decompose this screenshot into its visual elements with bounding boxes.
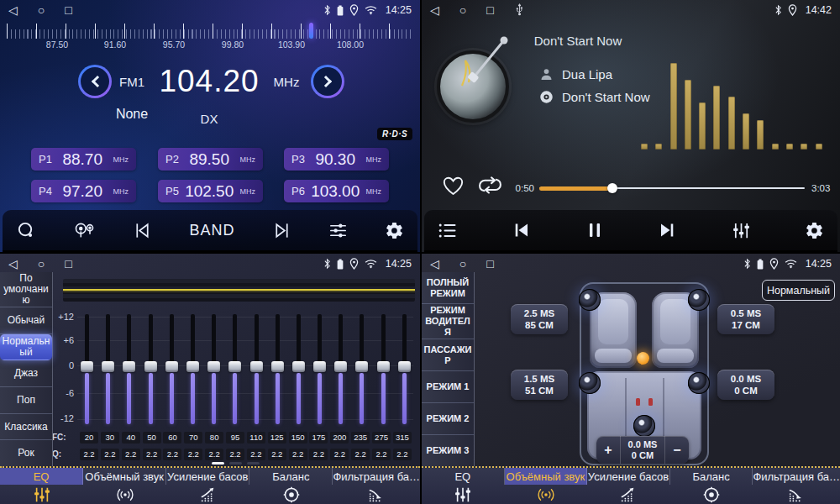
tab-surround[interactable]: Объёмный звук [83,468,166,504]
eq-band-slider[interactable] [354,314,369,424]
home-icon[interactable]: ○ [459,258,466,270]
eq-band-slider[interactable] [333,314,348,424]
eq-band-slider[interactable] [144,314,158,424]
eq-band-slider[interactable] [80,314,94,424]
tuner-scale[interactable]: 87.5091.6095.7099.80103.90108.00 [7,23,413,50]
slider-thumb[interactable] [123,361,135,372]
scan-button[interactable] [16,221,35,240]
fc-value[interactable]: 95 [226,432,244,444]
recents-icon[interactable]: □ [65,258,71,270]
q-value[interactable]: 2.2 [122,449,140,460]
fc-value[interactable]: 235 [351,432,370,444]
eq-band-slider[interactable] [207,314,221,424]
q-value[interactable]: 2.2 [351,449,370,460]
tab-eq[interactable]: EQ [422,468,505,504]
fc-value[interactable]: 150 [289,432,307,444]
slider-thumb[interactable] [377,361,390,372]
q-value[interactable]: 2.2 [163,449,181,460]
eq-band-slider[interactable] [312,314,327,424]
eq-band-slider[interactable] [186,314,200,424]
eq-preset-5[interactable]: Классика [0,414,52,441]
sound-mode-4[interactable]: РЕЖИМ 2 [422,403,474,435]
tune-down-button[interactable] [78,65,112,98]
eq-preset-2[interactable]: Нормальный [0,334,52,361]
delay-front-left-button[interactable]: 2.5 MS 85 CM [511,304,568,334]
q-value[interactable]: 2.2 [393,449,412,460]
sound-mode-0[interactable]: ПОЛНЫЙ РЕЖИМ [422,272,474,304]
fc-value[interactable]: 20 [80,432,98,444]
fc-value[interactable]: 60 [163,432,181,444]
home-icon[interactable]: ○ [38,258,45,270]
slider-thumb[interactable] [228,361,241,372]
q-value[interactable]: 2.2 [330,449,349,460]
q-value[interactable]: 2.2 [80,449,98,460]
sound-mode-5[interactable]: РЕЖИМ 3 [422,435,474,466]
listening-position-dot[interactable] [637,352,649,365]
slider-thumb[interactable] [398,361,411,372]
tab-bass[interactable]: Усиление басов [166,468,249,504]
delay-minus-button[interactable]: − [665,436,689,464]
favorite-button[interactable] [442,176,465,197]
q-value[interactable]: 2.2 [184,449,202,460]
tab-balance[interactable]: Баланс [249,468,333,504]
fc-value[interactable]: 80 [205,432,223,444]
slider-thumb[interactable] [250,361,263,372]
fc-value[interactable]: 315 [393,432,412,444]
sound-mode-1[interactable]: РЕЖИМ ВОДИТЕЛЯ [422,304,474,339]
back-icon[interactable]: ◁ [8,4,18,16]
home-icon[interactable]: ○ [38,4,45,16]
back-icon[interactable]: ◁ [430,258,439,270]
next-track-button[interactable] [657,221,677,239]
slider-thumb[interactable] [207,361,220,372]
next-station-button[interactable] [272,221,291,240]
field-preset-button[interactable]: Нормальный [762,280,835,301]
q-value[interactable]: 2.2 [143,449,161,460]
tuner-pointer[interactable] [309,23,313,39]
recents-icon[interactable]: □ [486,258,493,270]
preset-p1-button[interactable]: P188.70MHz [31,148,136,171]
tab-eq[interactable]: EQ [0,468,83,504]
fc-value[interactable]: 125 [268,432,286,444]
settings-button[interactable] [805,221,824,240]
fc-value[interactable]: 200 [330,432,349,444]
delay-front-right-button[interactable]: 0.5 MS 17 CM [717,304,774,334]
eq-band-slider[interactable] [270,314,285,424]
delay-rear-left-button[interactable]: 1.5 MS 51 CM [511,370,568,400]
preset-p2-button[interactable]: P289.50MHz [158,148,263,171]
pause-button[interactable] [586,221,603,239]
tab-filter[interactable]: Фильтрация ба… [333,468,420,504]
slider-thumb[interactable] [334,361,347,372]
q-value[interactable]: 2.2 [372,449,391,460]
sound-mode-3[interactable]: РЕЖИМ 1 [422,371,474,403]
tab-surround[interactable]: Объёмный звук [505,468,588,504]
back-icon[interactable]: ◁ [430,4,439,16]
q-value[interactable]: 2.2 [289,449,307,460]
slider-thumb[interactable] [144,361,157,372]
preset-p5-button[interactable]: P5102.50MHz [158,180,263,202]
delay-rear-right-button[interactable]: 0.0 MS 0 CM [717,370,774,400]
fc-value[interactable]: 40 [122,432,140,444]
fc-value[interactable]: 70 [184,432,202,444]
eq-band-slider[interactable] [122,314,136,424]
slider-thumb[interactable] [313,361,326,372]
eq-preset-0[interactable]: По умолчанию [0,272,52,307]
previous-track-button[interactable] [512,221,532,239]
fc-value[interactable]: 110 [247,432,265,444]
recents-icon[interactable]: □ [486,4,493,16]
slider-thumb[interactable] [292,361,305,372]
eq-preset-1[interactable]: Обычай [0,307,52,334]
eq-band-slider[interactable] [249,314,264,424]
eq-band-slider[interactable] [228,314,242,424]
slider-thumb[interactable] [165,361,178,372]
eq-preset-6[interactable]: Рок [0,440,52,466]
tab-balance[interactable]: Баланс [670,468,753,504]
audio-eq-button[interactable] [328,221,348,240]
playlist-button[interactable] [438,222,458,239]
delay-plus-button[interactable]: + [596,436,620,464]
prev-station-button[interactable] [133,221,152,240]
home-icon[interactable]: ○ [459,4,466,16]
preset-p4-button[interactable]: P497.20MHz [31,180,136,202]
page-indicator[interactable] [212,462,260,465]
tab-filter[interactable]: Фильтрация ба… [753,468,840,504]
back-icon[interactable]: ◁ [8,258,18,270]
